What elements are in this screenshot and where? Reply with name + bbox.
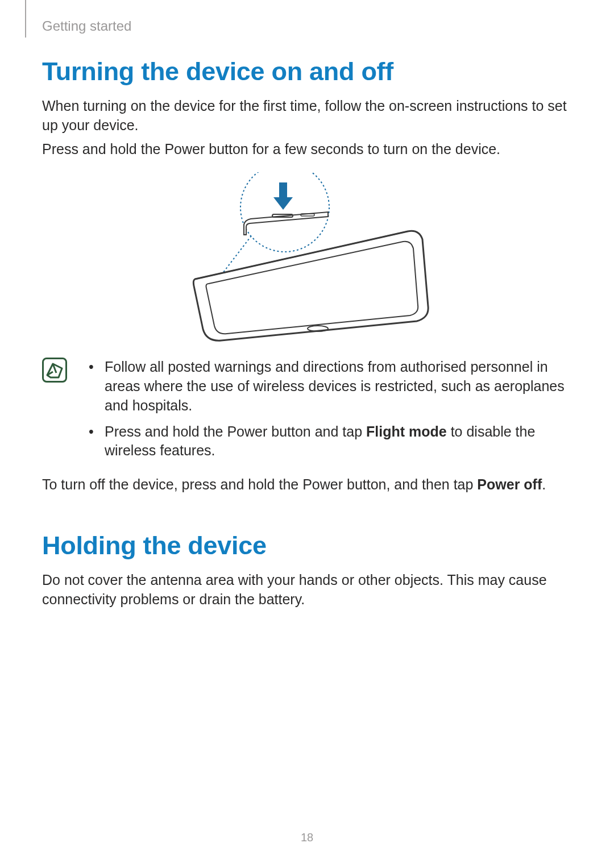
heading-turning-on-off: Turning the device on and off <box>42 57 576 86</box>
paragraph-antenna: Do not cover the antenna area with your … <box>42 571 576 609</box>
note-block: • Follow all posted warnings and directi… <box>42 358 576 467</box>
chapter-label: Getting started <box>42 18 131 34</box>
paragraph-press-hold: Press and hold the Power button for a fe… <box>42 140 576 159</box>
bullet-icon: • <box>86 422 105 461</box>
text-fragment: To turn off the device, press and hold t… <box>42 476 477 492</box>
device-power-illustration <box>187 172 432 343</box>
note-icon <box>42 358 67 383</box>
svg-marker-5 <box>273 197 293 210</box>
text-bold-power-off: Power off <box>477 476 542 492</box>
text-fragment: Press and hold the Power button and tap <box>105 423 366 439</box>
note-text: Press and hold the Power button and tap … <box>105 422 576 461</box>
paragraph-setup: When turning on the device for the first… <box>42 97 576 135</box>
note-text: Follow all posted warnings and direction… <box>105 358 576 415</box>
paragraph-power-off: To turn off the device, press and hold t… <box>42 475 576 495</box>
page-content: Turning the device on and off When turni… <box>42 57 576 613</box>
svg-rect-4 <box>279 182 287 198</box>
bullet-icon: • <box>86 358 105 415</box>
note-item-flight-mode: • Press and hold the Power button and ta… <box>86 422 576 461</box>
note-list: • Follow all posted warnings and directi… <box>86 358 576 467</box>
text-bold-flight-mode: Flight mode <box>366 423 447 439</box>
header-rule <box>25 0 26 38</box>
heading-holding-device: Holding the device <box>42 531 576 560</box>
note-item-restricted-areas: • Follow all posted warnings and directi… <box>86 358 576 415</box>
text-fragment: . <box>542 476 546 492</box>
page-number: 18 <box>0 831 614 844</box>
